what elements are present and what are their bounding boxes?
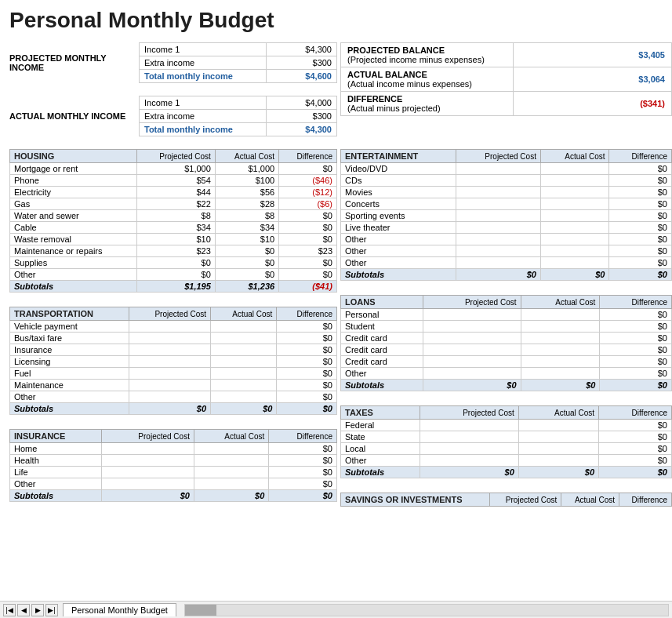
row-diff: $0 <box>609 210 672 222</box>
row-projected <box>129 356 211 368</box>
row-diff: ($6) <box>279 198 337 210</box>
table-row: Local $0 <box>341 443 672 455</box>
projected-income-block: PROJECTED MONTHLY INCOME Income 1 $4,300… <box>9 42 337 83</box>
table-row: Water and sewer $8 $8 $0 <box>10 210 337 222</box>
table-row: Other $0 <box>341 245 672 257</box>
row-projected: $8 <box>136 210 215 222</box>
subtotal-label: Subtotals <box>10 281 137 293</box>
loans-table: LOANS Projected Cost Actual Cost Differe… <box>340 295 672 391</box>
taxes-block: TAXES Projected Cost Actual Cost Differe… <box>340 405 672 478</box>
nav-last[interactable]: ▶| <box>45 604 58 616</box>
subtotal-diff: ($41) <box>279 281 337 293</box>
housing-block: HOUSING Projected Cost Actual Cost Diffe… <box>9 149 337 293</box>
row-diff: $0 <box>600 309 672 321</box>
row-name: Other <box>341 455 420 467</box>
row-name: Personal <box>341 309 423 321</box>
subtotal-diff: $0 <box>600 380 672 391</box>
row-diff: $0 <box>277 333 337 344</box>
table-row: Supplies $0 $0 $0 <box>10 257 337 269</box>
housing-header-row: HOUSING Projected Cost Actual Cost Diffe… <box>10 150 337 163</box>
row-diff: $0 <box>279 210 337 222</box>
row-diff: $0 <box>609 245 672 257</box>
table-row: Waste removal $10 $10 $0 <box>10 234 337 245</box>
row-diff: $0 <box>269 478 337 490</box>
row-actual <box>194 467 268 478</box>
taxes-table: TAXES Projected Cost Actual Cost Differe… <box>340 405 672 478</box>
table-row: Maintenance or repairs $23 $0 $23 <box>10 245 337 257</box>
row-actual: $28 <box>215 198 278 210</box>
transportation-header-row: TRANSPORTATION Projected Cost Actual Cos… <box>10 307 337 321</box>
row-actual <box>518 455 598 467</box>
taxes-col-actual: Actual Cost <box>518 406 598 420</box>
table-row: Insurance $0 <box>10 344 337 356</box>
subtotal-projected: $0 <box>102 490 194 502</box>
row-name: Electricity <box>10 187 137 198</box>
row-name: Maintenance <box>10 380 129 391</box>
taxes-header: TAXES <box>341 406 420 420</box>
entertainment-col-diff: Difference <box>609 150 672 163</box>
table-row: Other $0 <box>10 478 337 490</box>
table-row: Other $0 <box>341 257 672 269</box>
row-name: Federal <box>341 420 420 431</box>
table-row: Income 1 $4,000 <box>140 96 337 110</box>
projected-balance-row: PROJECTED BALANCE (Projected income minu… <box>341 43 672 67</box>
difference-row: DIFFERENCE (Actual minus projected) ($34… <box>341 92 672 116</box>
taxes-col-projected: Projected Cost <box>420 406 518 420</box>
table-row: Other $0 <box>341 455 672 467</box>
income-total-row: Total monthly income $4,300 <box>140 123 337 136</box>
row-projected: $34 <box>136 222 215 234</box>
nav-next[interactable]: ▶ <box>31 604 44 616</box>
row-actual <box>521 356 600 368</box>
row-projected <box>456 198 540 210</box>
savings-block: SAVINGS OR INVESTMENTS Projected Cost Ac… <box>340 493 672 507</box>
entertainment-col-actual: Actual Cost <box>540 150 609 163</box>
income-row-value: $4,300 <box>266 43 336 56</box>
table-row: Health $0 <box>10 455 337 467</box>
horizontal-scrollbar[interactable] <box>184 604 669 616</box>
table-row: Home $0 <box>10 443 337 455</box>
nav-first[interactable]: |◀ <box>3 604 16 616</box>
difference-label1: DIFFERENCE <box>347 94 507 104</box>
housing-col-actual: Actual Cost <box>215 150 278 163</box>
budget-left: HOUSING Projected Cost Actual Cost Diffe… <box>0 149 337 514</box>
loans-block: LOANS Projected Cost Actual Cost Differe… <box>340 295 672 391</box>
row-diff: $0 <box>599 443 672 455</box>
row-actual <box>211 391 277 403</box>
insurance-header: INSURANCE <box>10 430 102 443</box>
subtotal-diff: $0 <box>269 490 337 502</box>
row-projected <box>423 321 521 333</box>
row-diff: $0 <box>609 234 672 245</box>
table-row: Credit card $0 <box>341 356 672 368</box>
subtotal-row: Subtotals $0 $0 $0 <box>10 403 337 415</box>
row-actual <box>540 187 609 198</box>
row-name: Licensing <box>10 356 129 368</box>
row-diff: $0 <box>609 257 672 269</box>
row-diff: $0 <box>600 344 672 356</box>
row-diff: $0 <box>609 163 672 175</box>
subtotal-projected: $0 <box>423 380 521 391</box>
projected-balance-value: $3,405 <box>514 43 672 67</box>
budget-right: ENTERTAINMENT Projected Cost Actual Cost… <box>337 149 672 514</box>
sheet-tab[interactable]: Personal Monthly Budget <box>63 603 176 616</box>
income-row-label: Extra income <box>140 110 267 123</box>
table-row: Phone $54 $100 ($46) <box>10 175 337 187</box>
table-row: Other $0 <box>341 368 672 380</box>
row-actual <box>211 356 277 368</box>
nav-prev[interactable]: ◀ <box>17 604 30 616</box>
balance-section: PROJECTED BALANCE (Projected income minu… <box>337 39 672 146</box>
row-actual: $10 <box>215 234 278 245</box>
projected-income-label: PROJECTED MONTHLY INCOME <box>9 42 139 83</box>
row-projected <box>129 321 211 333</box>
row-diff: $0 <box>609 198 672 210</box>
difference-label: DIFFERENCE (Actual minus projected) <box>341 92 514 116</box>
subtotal-row: Subtotals $0 $0 $0 <box>10 490 337 502</box>
row-name: State <box>341 431 420 443</box>
income-row-value: $300 <box>266 56 336 70</box>
row-actual <box>521 333 600 344</box>
loans-col-actual: Actual Cost <box>521 296 600 309</box>
transportation-col-diff: Difference <box>277 307 337 321</box>
row-actual: $1,000 <box>215 163 278 175</box>
taxes-header-row: TAXES Projected Cost Actual Cost Differe… <box>341 406 672 420</box>
page: Personal Monthly Budget PROJECTED MONTHL… <box>0 0 672 618</box>
savings-header: SAVINGS OR INVESTMENTS <box>341 493 490 507</box>
